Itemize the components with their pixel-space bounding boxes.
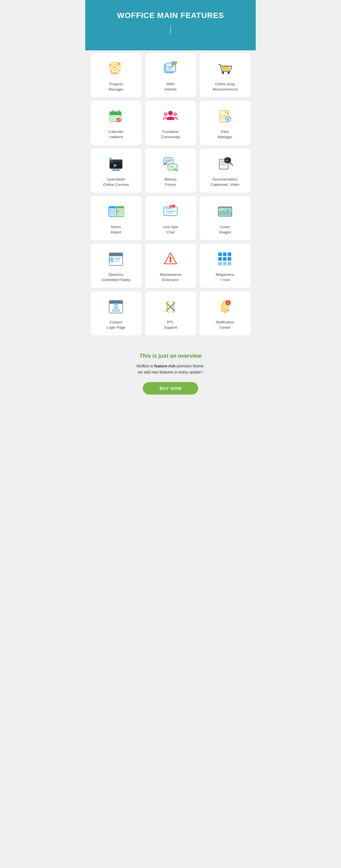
svg-point-65 xyxy=(226,158,227,159)
svg-rect-49 xyxy=(165,161,170,162)
svg-rect-97 xyxy=(115,258,121,259)
feature-card-cover-images[interactable]: Cover Images xyxy=(199,196,251,240)
svg-rect-73 xyxy=(117,207,124,208)
learndash-label: Learndash Online Courses xyxy=(103,177,129,187)
svg-rect-43 xyxy=(111,162,112,162)
feature-row-4: Diractory (Unlimited Fields) Maintenance… xyxy=(89,244,252,288)
overview-text: This is just an overview xyxy=(91,353,250,359)
svg-rect-104 xyxy=(223,252,227,256)
svg-point-116 xyxy=(115,303,117,305)
feature-card-documentation[interactable]: Documentation Captioned, Video xyxy=(199,148,251,193)
documentation-icon xyxy=(215,154,235,174)
svg-point-13 xyxy=(171,65,173,67)
svg-point-30 xyxy=(117,118,121,122)
svg-point-78 xyxy=(168,208,170,209)
desc-line2: we add new features in every update ! xyxy=(138,370,204,374)
feature-card-notification[interactable]: 1 Notification Center xyxy=(199,291,251,336)
feature-card-rtl[interactable]: RTL Support xyxy=(145,291,196,336)
svg-point-32 xyxy=(164,113,167,116)
svg-rect-41 xyxy=(110,160,122,162)
svg-rect-52 xyxy=(169,167,175,168)
bbpress-label: BBress Forum xyxy=(164,177,177,187)
feature-card-calendar[interactable]: Calender +addons xyxy=(91,101,142,145)
maintenance-icon xyxy=(161,249,180,269)
svg-rect-42 xyxy=(110,162,111,162)
svg-point-66 xyxy=(227,158,228,159)
svg-rect-109 xyxy=(218,261,222,265)
svg-point-87 xyxy=(221,208,223,211)
feature-card-demo-import[interactable]: Demo Import xyxy=(91,196,142,240)
svg-rect-108 xyxy=(227,257,231,261)
feature-card-community[interactable]: Complete Community xyxy=(145,101,196,145)
svg-point-101 xyxy=(169,260,172,262)
footer-desc: Woffice is feature-rich premium theme. w… xyxy=(91,363,250,375)
feature-card-files-manager[interactable]: Files Manager xyxy=(199,101,251,145)
maintenance-label: Maintenance Extension xyxy=(160,272,181,283)
svg-rect-82 xyxy=(170,210,175,212)
calendar-label: Calender +addons xyxy=(108,129,124,140)
svg-rect-29 xyxy=(114,119,117,120)
feature-card-bbpress[interactable]: BBress Forum xyxy=(145,148,196,193)
page-title: WOFFICE MAIN FEATURES xyxy=(91,11,250,20)
rtl-icon xyxy=(161,297,180,316)
svg-rect-56 xyxy=(220,164,227,164)
community-label: Complete Community xyxy=(161,129,180,140)
buy-now-button[interactable]: BUY NOW xyxy=(143,382,198,395)
svg-point-33 xyxy=(174,113,177,116)
svg-text:1: 1 xyxy=(227,301,229,304)
features-grid: Projects Manager WIKI Articles xyxy=(85,51,256,344)
svg-rect-111 xyxy=(227,261,231,265)
svg-point-18 xyxy=(222,72,224,74)
footer-section: This is just an overview Woffice is feat… xyxy=(85,344,256,406)
bbpress-icon xyxy=(161,154,180,174)
feature-card-wiki-articles[interactable]: WIKI Articles xyxy=(145,53,196,97)
svg-rect-35 xyxy=(221,115,227,116)
svg-rect-51 xyxy=(169,166,173,167)
svg-rect-70 xyxy=(109,207,116,208)
wiki-articles-icon xyxy=(161,59,180,79)
svg-point-31 xyxy=(168,111,173,115)
svg-point-90 xyxy=(221,207,222,208)
svg-rect-106 xyxy=(218,257,222,261)
feature-card-maintenance[interactable]: Maintenance Extension xyxy=(145,244,196,288)
svg-rect-10 xyxy=(167,68,172,69)
learndash-icon xyxy=(106,154,126,174)
svg-rect-99 xyxy=(115,261,120,262)
desc-line1: Woffice is feature-rich premium theme. xyxy=(136,364,205,368)
directory-icon xyxy=(106,249,126,269)
feature-row-3: Demo Import LIVE Line Ajax Chat xyxy=(89,196,252,240)
svg-rect-26 xyxy=(114,116,117,118)
calendar-icon xyxy=(106,106,126,126)
demo-import-icon xyxy=(106,202,126,221)
svg-point-91 xyxy=(222,207,224,208)
line-ajax-label: Line Ajax Chat xyxy=(163,224,178,235)
feature-card-custom-login[interactable]: Custom Login Page xyxy=(91,291,142,336)
megamenu-icon xyxy=(215,249,235,269)
rtl-label: RTL Support xyxy=(164,320,177,330)
svg-rect-44 xyxy=(113,162,113,162)
wiki-articles-label: WIKI Articles xyxy=(164,82,177,92)
svg-point-77 xyxy=(166,208,167,209)
svg-rect-103 xyxy=(218,252,222,256)
custom-login-icon xyxy=(106,297,126,316)
svg-point-89 xyxy=(219,207,220,208)
svg-rect-28 xyxy=(111,119,114,120)
svg-text:LIVE: LIVE xyxy=(168,205,173,207)
svg-point-3 xyxy=(118,63,120,65)
files-manager-label: Files Manager xyxy=(218,129,232,140)
feature-card-directory[interactable]: Diractory (Unlimited Fields) xyxy=(91,244,142,288)
feature-row-5: Custom Login Page RTL Support 1 Notifica… xyxy=(89,291,252,336)
feature-card-megamenu[interactable]: Megamenu + Icon xyxy=(199,244,251,288)
cover-images-icon xyxy=(215,202,235,221)
feature-card-learndash[interactable]: Learndash Online Courses xyxy=(91,148,142,193)
svg-rect-47 xyxy=(165,160,167,161)
projects-manager-label: Projects Manager xyxy=(108,82,123,92)
notification-icon: 1 xyxy=(215,297,235,316)
svg-rect-69 xyxy=(109,207,116,216)
feature-card-projects-manager[interactable]: Projects Manager xyxy=(91,53,142,97)
feature-card-line-ajax[interactable]: LIVE Line Ajax Chat xyxy=(145,196,196,240)
svg-rect-81 xyxy=(166,213,173,214)
directory-label: Diractory (Unlimited Fields) xyxy=(101,272,130,283)
feature-card-online-shop[interactable]: Online shop Woocommerce xyxy=(199,53,251,97)
online-shop-icon xyxy=(215,59,235,79)
